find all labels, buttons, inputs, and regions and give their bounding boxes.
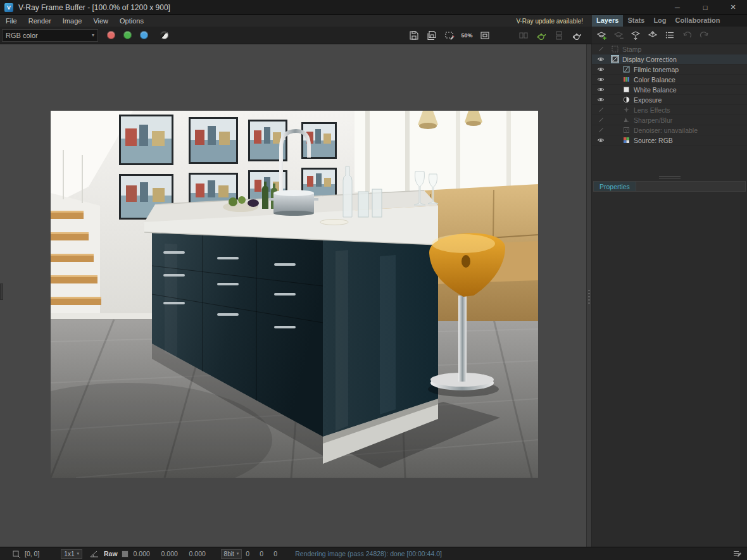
properties-header-strip (636, 181, 746, 192)
tab-properties[interactable]: Properties (593, 181, 636, 192)
splitter-grip-icon (659, 176, 681, 179)
tab-collaboration[interactable]: Collaboration (671, 15, 725, 27)
white-balance-icon (622, 85, 631, 94)
pixel-aspect-select[interactable]: 1x1 ▾ (61, 549, 82, 559)
layer-label: White Balance (634, 86, 677, 94)
bit-depth-select[interactable]: 8bit ▾ (221, 549, 242, 559)
region-render-button[interactable] (441, 28, 457, 43)
color-swatch (122, 551, 129, 557)
render-canvas[interactable] (0, 44, 586, 547)
interactive-render-button[interactable] (533, 28, 549, 43)
tab-stats[interactable]: Stats (623, 15, 649, 27)
properties-header: Properties (592, 181, 747, 192)
create-layer-button[interactable] (595, 29, 608, 42)
raw-blue-value: 0.000 (189, 550, 212, 557)
title-bar: V V-Ray Frame Buffer - [100.0% of 1200 x… (0, 0, 747, 15)
layer-label: Exposure (634, 96, 662, 104)
close-button[interactable]: ✕ (719, 0, 747, 15)
stamp-editor-icon (733, 550, 742, 557)
layers-properties-splitter[interactable] (592, 146, 747, 181)
test-resolution-button[interactable]: 50% (459, 28, 475, 43)
maximize-button[interactable]: □ (691, 0, 719, 15)
raw-label: Raw (104, 550, 118, 557)
layer-row-white-balance[interactable]: White Balance (592, 85, 747, 95)
clamp-colors-icon[interactable] (90, 550, 99, 557)
menu-view[interactable]: View (87, 15, 114, 27)
channel-toggles (107, 31, 168, 39)
render-last-button[interactable] (568, 28, 584, 43)
visibility-toggle[interactable] (596, 137, 606, 143)
load-layer-tree-button[interactable] (646, 29, 659, 42)
layer-row-filmic-tonemap[interactable]: Filmic tonemap (592, 65, 747, 75)
visibility-toggle[interactable] (596, 77, 606, 82)
layer-label: Denoiser: unavailable (634, 127, 698, 134)
menu-render[interactable]: Render (23, 15, 57, 27)
layer-row-color-balance[interactable]: Color Balance (592, 75, 747, 85)
menu-bar: File Render Image View Options V-Ray upd… (0, 15, 592, 27)
layer-row-denoiser[interactable]: Denoiser: unavailable (592, 125, 747, 135)
red-channel-toggle[interactable] (107, 31, 115, 39)
image-frame-button[interactable] (477, 28, 493, 43)
menu-file[interactable]: File (0, 15, 23, 27)
visibility-toggle[interactable] (596, 120, 606, 120)
compare-vertical-button[interactable] (551, 28, 567, 43)
visibility-toggle[interactable] (596, 56, 606, 62)
tab-log[interactable]: Log (649, 15, 670, 27)
undo-button[interactable] (681, 29, 693, 42)
visibility-toggle[interactable] (596, 87, 606, 92)
layer-row-display-correction[interactable]: Display Correction (592, 54, 747, 65)
visibility-toggle[interactable] (596, 49, 606, 49)
cursor-coordinates: [0, 0] (25, 550, 39, 557)
save-image-button[interactable] (406, 28, 422, 43)
layer-list-button[interactable] (663, 29, 676, 42)
layer-label: Sharpen/Blur (634, 116, 672, 124)
render-teapot-icon (572, 30, 582, 40)
layer-row-lens-effects[interactable]: Lens Effects (592, 105, 747, 115)
save-channels-button[interactable] (424, 28, 439, 43)
menu-options[interactable]: Options (114, 15, 149, 27)
layers-toolbar (592, 27, 747, 44)
raw-red-value: 0.000 (134, 550, 156, 557)
mono-channel-toggle[interactable] (160, 31, 168, 39)
right-panel: Layers Stats Log Collaboration (592, 15, 747, 547)
save-layer-tree-icon (631, 30, 641, 40)
minimize-button[interactable]: ─ (663, 0, 691, 15)
menu-image[interactable]: Image (57, 15, 88, 27)
layer-row-source-rgb[interactable]: Source: RGB (592, 135, 747, 146)
vray-logo-icon: V (4, 3, 13, 12)
save-channels-icon (427, 30, 437, 40)
left-panel-grip[interactable] (0, 283, 3, 300)
render-view[interactable] (51, 111, 538, 478)
visibility-toggle[interactable] (596, 130, 606, 130)
update-notice-link[interactable]: V-Ray update available! (516, 18, 583, 25)
save-layer-tree-button[interactable] (629, 29, 642, 42)
compare-horizontal-button[interactable] (515, 28, 531, 43)
pixel-probe-icon (13, 550, 21, 558)
visibility-toggle[interactable] (596, 66, 606, 72)
visibility-toggle[interactable] (596, 97, 606, 103)
exposure-icon (622, 96, 631, 104)
stamp-editor-button[interactable] (733, 550, 742, 557)
undo-icon (682, 30, 693, 40)
image-frame-icon (480, 30, 490, 40)
green-channel-toggle[interactable] (123, 31, 132, 39)
delete-layer-button[interactable] (612, 29, 625, 42)
visibility-toggle[interactable] (596, 109, 606, 110)
rendered-image (51, 111, 538, 478)
status-bar: [0, 0] 1x1 ▾ Raw 0.000 0.000 0.000 8bit … (0, 547, 747, 560)
layer-row-sharpen-blur[interactable]: Sharpen/Blur (592, 115, 747, 125)
channel-select[interactable]: RGB color ▾ (2, 29, 98, 42)
panel-tabs: Layers Stats Log Collaboration (592, 15, 747, 27)
panel-splitter[interactable] (586, 44, 592, 547)
wall-pictures (119, 115, 337, 165)
channel-select-value: RGB color (6, 32, 38, 39)
blue-int-value: 0 (273, 550, 284, 557)
tab-layers[interactable]: Layers (592, 15, 623, 27)
chevron-down-icon: ▾ (92, 32, 94, 38)
stamp-layer-icon (611, 45, 619, 53)
layer-row-exposure[interactable]: Exposure (592, 95, 747, 105)
redo-button[interactable] (698, 29, 710, 42)
blue-channel-toggle[interactable] (140, 31, 148, 39)
layer-label: Lens Effects (634, 106, 670, 114)
layer-row-stamp[interactable]: Stamp (592, 44, 747, 54)
